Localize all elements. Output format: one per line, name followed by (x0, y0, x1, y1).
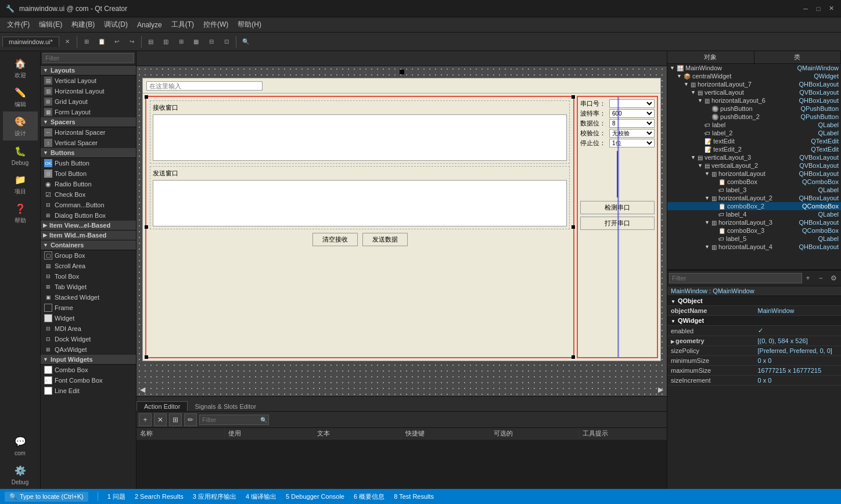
prop-value[interactable]: 0 x 0 (754, 356, 842, 366)
section-containers[interactable]: ▼Containers (41, 240, 136, 250)
tree-item-hlayout[interactable]: ▼ ▥ horizontalLayout QHBoxLayout (667, 170, 841, 178)
tree-item-pushbutton2[interactable]: ▼ 🔘 pushButton_2 QPushButton (667, 113, 841, 121)
status-general-messages[interactable]: 6 概要信息 (354, 492, 384, 501)
prop-name[interactable]: ▶geometry (667, 336, 754, 346)
menu-analyze[interactable]: Analyze (132, 20, 167, 30)
widget-radio-button[interactable]: ◉ Radio Button (41, 179, 136, 189)
tree-item-hlayout3[interactable]: ▼ ▥ horizontalLayout_3 QHBoxLayout (667, 218, 841, 226)
widget-scroll-area[interactable]: ▤ Scroll Area (41, 261, 136, 271)
close-tab-button[interactable]: ✕ (60, 35, 74, 49)
canvas-search-input[interactable] (146, 81, 263, 91)
widget-dock-widget[interactable]: ⊡ Dock Widget (41, 334, 136, 344)
tree-item-vlayout2[interactable]: ▼ ▤ verticalLayout_2 QVBoxLayout (667, 161, 841, 170)
tree-item-combobox2[interactable]: ▼ 📋 comboBox_2 QComboBox (667, 202, 841, 210)
tree-item-label[interactable]: ▼ 🏷 label QLabel (667, 121, 841, 129)
widget-qax-widget[interactable]: ⊞ QAxWidget (41, 344, 136, 355)
sidebar-com[interactable]: 💬 com (3, 431, 38, 460)
widget-tool-button[interactable]: ⊡ Tool Button (41, 168, 136, 179)
section-item-widgets[interactable]: ▶Item Wid..m-Based (41, 231, 136, 240)
tree-item-combobox[interactable]: ▼ 📋 comboBox QComboBox (667, 178, 841, 186)
prop-value[interactable]: [Preferred, Preferred, 0, 0] (754, 346, 842, 356)
props-filter-settings[interactable]: ⚙ (828, 272, 839, 284)
tree-item-vlayout[interactable]: ▼ ▤ verticalLayout QVBoxLayout (667, 88, 841, 96)
widget-form-layout[interactable]: ▦ Form Layout (41, 107, 136, 117)
menu-file[interactable]: 文件(F) (2, 19, 34, 31)
baud-select[interactable]: 600 (609, 109, 655, 118)
menu-debug[interactable]: 调试(D) (99, 19, 132, 31)
props-filter-add[interactable]: + (802, 272, 814, 284)
sidebar-design[interactable]: 🎨 设计 (3, 111, 38, 141)
status-compile-output[interactable]: 4 编译输出 (246, 492, 276, 501)
widget-grid-layout[interactable]: ⊞ Grid Layout (41, 96, 136, 107)
layout-v[interactable]: ▥ (159, 35, 173, 49)
send-text-area[interactable] (153, 180, 567, 226)
ae-new-button[interactable]: + (139, 413, 152, 426)
tree-item-vlayout3[interactable]: ▼ ▤ verticalLayout_3 QVBoxLayout (667, 153, 841, 161)
menu-build[interactable]: 构建(B) (67, 19, 99, 31)
widget-group-box[interactable]: ▢ Group Box (41, 250, 136, 261)
data-select[interactable]: 8 (609, 119, 655, 128)
section-layouts[interactable]: ▼Layouts (41, 66, 136, 75)
properties-table-container[interactable]: ▼QObject objectName MainWindow ▼QWidget (667, 296, 841, 489)
tree-item-textedit2[interactable]: ▼ 📝 textEdit_2 QTextEdit (667, 145, 841, 153)
right-form-area[interactable]: 串口号： 波特率： 600 数据位： (577, 96, 658, 358)
tab-action-editor[interactable]: Action Editor (136, 401, 188, 411)
object-tree[interactable]: ▼ 🪟 MainWindow QMainWindow ▼ 📦 centralWi… (667, 64, 841, 269)
sidebar-welcome[interactable]: 🏠 欢迎 (3, 53, 38, 82)
sidebar-edit[interactable]: ✏️ 编辑 (3, 82, 38, 111)
properties-filter-input[interactable] (669, 273, 802, 283)
widget-stacked-widget[interactable]: ▣ Stacked Widget (41, 292, 136, 303)
widget-push-button[interactable]: OK Push Button (41, 158, 136, 168)
status-app-output[interactable]: 3 应用程序输出 (193, 492, 236, 501)
send-data-button[interactable]: 发送数据 (362, 233, 408, 246)
widget-combo-box[interactable]: ▽ Combo Box (41, 365, 136, 375)
section-input-widgets[interactable]: ▼Input Widgets (41, 355, 136, 365)
sidebar-projects[interactable]: 📁 项目 (3, 170, 38, 199)
tree-item-centralwidget[interactable]: ▼ 📦 centralWidget QWidget (667, 72, 841, 80)
tree-item-hlayout4[interactable]: ▼ ▥ horizontalLayout_4 QHBoxLayout (667, 243, 841, 251)
undo-button[interactable]: ↩ (110, 35, 124, 49)
sidebar-debug2[interactable]: ⚙️ Debug (3, 460, 38, 489)
layout-form[interactable]: ▦ (189, 35, 203, 49)
canvas-next[interactable]: ▶ (658, 386, 663, 394)
tree-item-mainwindow[interactable]: ▼ 🪟 MainWindow QMainWindow (667, 64, 841, 72)
tab-signals-slots[interactable]: Signals & Slots Editor (188, 402, 263, 411)
section-item-views[interactable]: ▶Item View...el-Based (41, 221, 136, 231)
copy-button[interactable]: ⊞ (80, 35, 94, 49)
prop-value[interactable]: ✓ (754, 326, 842, 336)
menu-controls[interactable]: 控件(W) (199, 19, 233, 31)
port-select[interactable] (609, 99, 655, 108)
props-filter-minus[interactable]: − (815, 272, 826, 284)
status-test-results[interactable]: 8 Test Results (394, 493, 434, 500)
sidebar-help[interactable]: ❓ 帮助 (3, 199, 38, 228)
widget-font-combo-box[interactable]: A▽ Font Combo Box (41, 375, 136, 386)
minimize-button[interactable]: ─ (802, 5, 810, 13)
zoom-in[interactable]: 🔍 (239, 35, 253, 49)
tree-item-hlayout7[interactable]: ▼ ▥ horizontalLayout_7 QHBoxLayout (667, 80, 841, 88)
tree-item-label5[interactable]: ▼ 🏷 label_5 QLabel (667, 235, 841, 243)
menu-tools[interactable]: 工具(T) (167, 19, 199, 31)
canvas-area[interactable]: 接收窗口 发送窗口 清空接收 发送数据 (136, 66, 667, 396)
widget-mdi-area[interactable]: ⊟ MDI Area (41, 323, 136, 334)
widget-vertical-spacer[interactable]: ↕ Vertical Spacer (41, 138, 136, 148)
section-buttons[interactable]: ▼Buttons (41, 148, 136, 158)
paste-button[interactable]: 📋 (95, 35, 109, 49)
redo-button[interactable]: ↪ (125, 35, 139, 49)
section-spacers[interactable]: ▼Spacers (41, 117, 136, 127)
check-select[interactable]: 无校验 (609, 129, 655, 138)
widget-widget[interactable]: Widget (41, 313, 136, 323)
menu-help[interactable]: 帮助(H) (233, 19, 266, 31)
tab-mainwindow[interactable]: mainwindow.ui* (2, 37, 59, 47)
status-problems[interactable]: 1 问题 (107, 492, 125, 501)
canvas-prev[interactable]: ◀ (140, 386, 145, 394)
prop-value[interactable]: [(0, 0), 584 x 526] (754, 336, 842, 346)
widget-filter-input[interactable] (42, 53, 134, 63)
layout-break[interactable]: ⊟ (204, 35, 218, 49)
ae-edit-button[interactable]: ✏ (184, 413, 197, 426)
clear-receive-button[interactable]: 清空接收 (312, 233, 358, 246)
stop-select[interactable]: 1位 (609, 139, 655, 147)
tree-item-combobox3[interactable]: ▼ 📋 comboBox_3 QComboBox (667, 226, 841, 235)
layout-grid[interactable]: ⊞ (174, 35, 188, 49)
widget-vertical-layout[interactable]: ▤ Vertical Layout (41, 75, 136, 86)
layout-h[interactable]: ▤ (144, 35, 158, 49)
